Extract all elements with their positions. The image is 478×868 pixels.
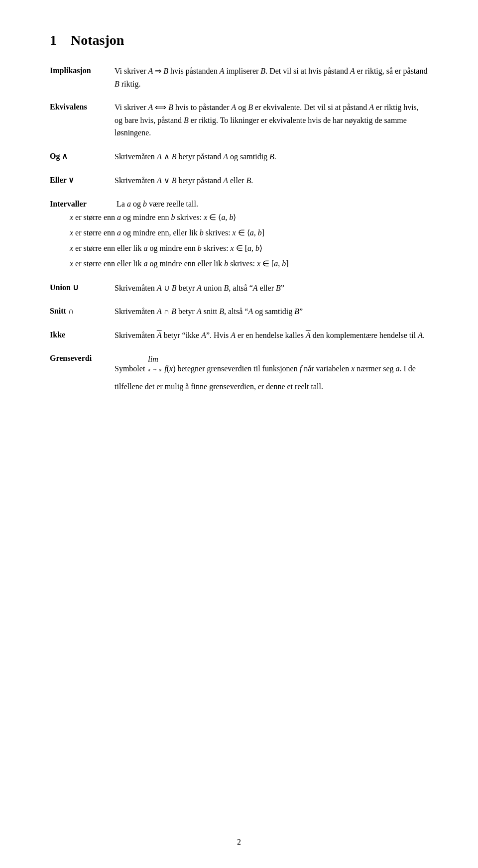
intervaller-block: Intervaller La a og b være reelle tall. … bbox=[50, 198, 428, 270]
snitt-content: Skrivemåten A ∩ B betyr A snitt B, altså… bbox=[115, 305, 428, 318]
lim-symbol: lim x → a bbox=[147, 352, 162, 379]
implikasjon-term: Implikasjon bbox=[50, 65, 115, 77]
ekvivalens-block: Ekvivalens Vi skriver A ⟺ B hvis to påst… bbox=[50, 101, 428, 139]
interval-line-3: x er større enn eller lik a og mindre en… bbox=[70, 241, 428, 255]
grenseverdi-term: Grenseverdi bbox=[50, 352, 115, 364]
interval-line-1: x er større enn a og mindre enn b skrive… bbox=[70, 211, 428, 224]
eller-content: Skrivemåten A ∨ B betyr påstand A eller … bbox=[115, 174, 428, 187]
union-block: Union ∪ Skrivemåten A ∪ B betyr A union … bbox=[50, 282, 428, 295]
union-term: Union ∪ bbox=[50, 282, 115, 294]
interval-line-2: x er større enn a og mindre enn, eller l… bbox=[70, 226, 428, 239]
ekvivalens-content: Vi skriver A ⟺ B hvis to påstander A og … bbox=[115, 101, 428, 139]
interval-line-4: x er større enn eller lik a og mindre en… bbox=[70, 257, 428, 270]
ikke-content: Skrivemåten A betyr “ikke A”. Hvis A er … bbox=[115, 329, 428, 342]
og-term: Og ∧ bbox=[50, 150, 115, 162]
ikke-block: Ikke Skrivemåten A betyr “ikke A”. Hvis … bbox=[50, 329, 428, 342]
grenseverdi-content: Symbolet lim x → a f(x) betegner grensev… bbox=[115, 352, 428, 393]
intervaller-intro: La a og b være reelle tall. bbox=[117, 200, 198, 208]
implikasjon-block: Implikasjon Vi skriver A ⇒ B hvis påstan… bbox=[50, 65, 428, 90]
implikasjon-content: Vi skriver A ⇒ B hvis påstanden A implis… bbox=[115, 65, 428, 90]
union-content: Skrivemåten A ∪ B betyr A union B, altså… bbox=[115, 282, 428, 295]
og-block: Og ∧ Skrivemåten A ∧ B betyr påstand A o… bbox=[50, 150, 428, 163]
intervaller-term: Intervaller bbox=[50, 198, 115, 210]
og-content: Skrivemåten A ∧ B betyr påstand A og sam… bbox=[115, 150, 428, 163]
snitt-block: Snitt ∩ Skrivemåten A ∩ B betyr A snitt … bbox=[50, 305, 428, 318]
eller-term: Eller ∨ bbox=[50, 174, 115, 186]
page: 1 Notasjon Implikasjon Vi skriver A ⇒ B … bbox=[0, 0, 478, 868]
page-number: 2 bbox=[237, 836, 241, 848]
chapter-heading: 1 Notasjon bbox=[50, 30, 428, 51]
grenseverdi-block: Grenseverdi Symbolet lim x → a f(x) bete… bbox=[50, 352, 428, 393]
ekvivalens-term: Ekvivalens bbox=[50, 101, 115, 113]
snitt-term: Snitt ∩ bbox=[50, 305, 115, 317]
ikke-term: Ikke bbox=[50, 329, 115, 341]
eller-block: Eller ∨ Skrivemåten A ∨ B betyr påstand … bbox=[50, 174, 428, 187]
intervaller-header: Intervaller La a og b være reelle tall. bbox=[50, 198, 428, 211]
